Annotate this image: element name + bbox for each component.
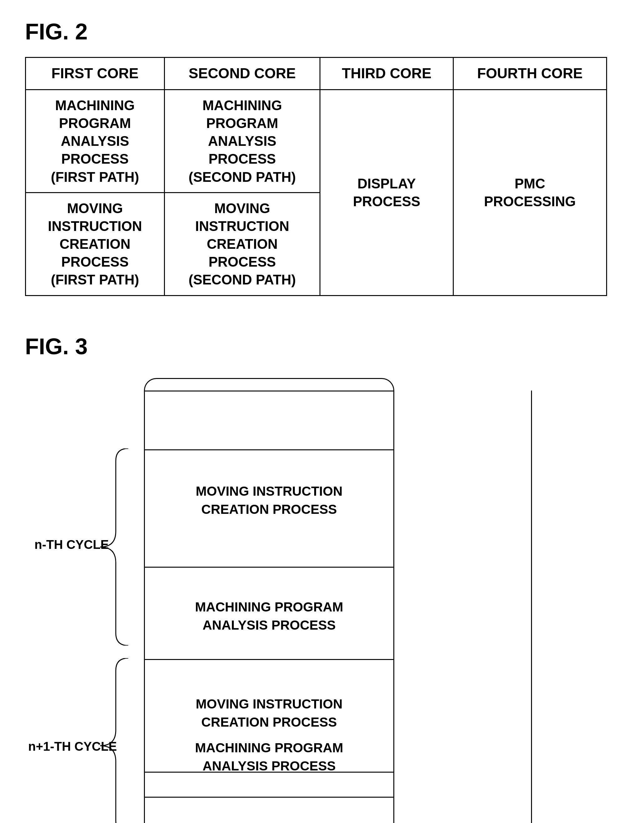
cell-first-moving: MOVINGINSTRUCTIONCREATIONPROCESS(FIRST P… (26, 192, 165, 296)
cell-second-machining: MACHININGPROGRAMANALYSISPROCESS(SECOND P… (164, 89, 320, 192)
fig2-label: FIG. 2 (25, 19, 619, 44)
fig3-label: FIG. 3 (25, 334, 619, 359)
cell-display-process: DISPLAYPROCESS (320, 89, 454, 296)
header-second-core: SECOND CORE (164, 58, 320, 90)
n1-machining-label: MACHINING PROGRAMANALYSIS PROCESS (145, 739, 393, 776)
header-row: FIRST CORE SECOND CORE THIRD CORE FOURTH… (26, 58, 607, 90)
n1-cycle-label: n+1-TH CYCLE (28, 739, 117, 754)
center-column: MOVING INSTRUCTIONCREATION PROCESS MACHI… (144, 391, 394, 823)
divider-2 (145, 567, 393, 568)
time-line (531, 391, 532, 823)
core-table: FIRST CORE SECOND CORE THIRD CORE FOURTH… (25, 57, 607, 296)
n-machining-label: MACHINING PROGRAMANALYSIS PROCESS (145, 598, 393, 635)
fig3-diagram: MOVING INSTRUCTIONCREATION PROCESS MACHI… (25, 372, 607, 823)
divider-3 (145, 659, 393, 660)
n-moving-label: MOVING INSTRUCTIONCREATION PROCESS (145, 482, 393, 519)
header-third-core: THIRD CORE (320, 58, 454, 90)
fig3-section: FIG. 3 MOVING INSTRUCTIONCREATION PROCES… (25, 334, 619, 823)
divider-1 (145, 449, 393, 450)
n-cycle-label: n-TH CYCLE (34, 538, 109, 552)
header-first-core: FIRST CORE (26, 58, 165, 90)
cell-second-moving: MOVINGINSTRUCTIONCREATIONPROCESS(SECOND … (164, 192, 320, 296)
cell-first-machining: MACHININGPROGRAMANALYSISPROCESS(FIRST PA… (26, 89, 165, 192)
divider-5 (145, 797, 393, 798)
header-fourth-core: FOURTH CORE (453, 58, 606, 90)
table-row: MACHININGPROGRAMANALYSISPROCESS(FIRST PA… (26, 89, 607, 192)
cell-pmc-processing: PMCPROCESSING (453, 89, 606, 296)
n1-moving-label: MOVING INSTRUCTIONCREATION PROCESS (145, 695, 393, 732)
fig2-section: FIG. 2 FIRST CORE SECOND CORE THIRD CORE… (25, 19, 619, 296)
